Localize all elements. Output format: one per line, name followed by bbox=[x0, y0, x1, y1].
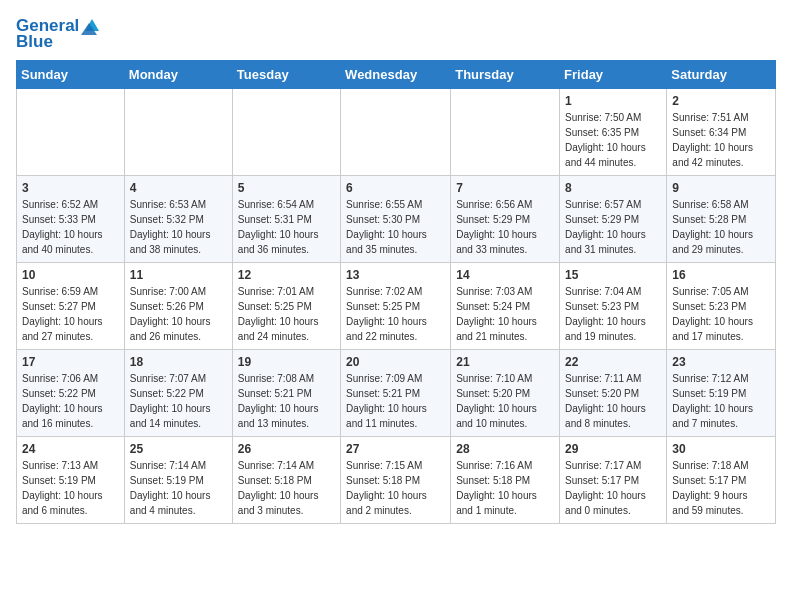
calendar-day-cell: 7Sunrise: 6:56 AM Sunset: 5:29 PM Daylig… bbox=[451, 176, 560, 263]
day-number: 12 bbox=[238, 268, 335, 282]
calendar-header-row: SundayMondayTuesdayWednesdayThursdayFrid… bbox=[17, 61, 776, 89]
day-info: Sunrise: 7:18 AM Sunset: 5:17 PM Dayligh… bbox=[672, 458, 770, 518]
day-number: 14 bbox=[456, 268, 554, 282]
calendar-day-cell bbox=[17, 89, 125, 176]
day-info: Sunrise: 7:02 AM Sunset: 5:25 PM Dayligh… bbox=[346, 284, 445, 344]
calendar-day-cell: 22Sunrise: 7:11 AM Sunset: 5:20 PM Dayli… bbox=[560, 350, 667, 437]
calendar-day-cell bbox=[124, 89, 232, 176]
day-info: Sunrise: 6:53 AM Sunset: 5:32 PM Dayligh… bbox=[130, 197, 227, 257]
calendar-day-cell: 19Sunrise: 7:08 AM Sunset: 5:21 PM Dayli… bbox=[232, 350, 340, 437]
day-number: 30 bbox=[672, 442, 770, 456]
weekday-header: Sunday bbox=[17, 61, 125, 89]
day-info: Sunrise: 7:06 AM Sunset: 5:22 PM Dayligh… bbox=[22, 371, 119, 431]
day-info: Sunrise: 7:00 AM Sunset: 5:26 PM Dayligh… bbox=[130, 284, 227, 344]
day-info: Sunrise: 7:15 AM Sunset: 5:18 PM Dayligh… bbox=[346, 458, 445, 518]
calendar-day-cell: 18Sunrise: 7:07 AM Sunset: 5:22 PM Dayli… bbox=[124, 350, 232, 437]
calendar-day-cell: 15Sunrise: 7:04 AM Sunset: 5:23 PM Dayli… bbox=[560, 263, 667, 350]
day-number: 29 bbox=[565, 442, 661, 456]
calendar-day-cell: 17Sunrise: 7:06 AM Sunset: 5:22 PM Dayli… bbox=[17, 350, 125, 437]
day-info: Sunrise: 7:04 AM Sunset: 5:23 PM Dayligh… bbox=[565, 284, 661, 344]
day-number: 25 bbox=[130, 442, 227, 456]
day-info: Sunrise: 7:07 AM Sunset: 5:22 PM Dayligh… bbox=[130, 371, 227, 431]
day-number: 21 bbox=[456, 355, 554, 369]
calendar-day-cell: 8Sunrise: 6:57 AM Sunset: 5:29 PM Daylig… bbox=[560, 176, 667, 263]
day-number: 1 bbox=[565, 94, 661, 108]
calendar-day-cell bbox=[341, 89, 451, 176]
day-number: 16 bbox=[672, 268, 770, 282]
day-info: Sunrise: 7:50 AM Sunset: 6:35 PM Dayligh… bbox=[565, 110, 661, 170]
day-number: 11 bbox=[130, 268, 227, 282]
day-number: 2 bbox=[672, 94, 770, 108]
day-number: 15 bbox=[565, 268, 661, 282]
weekday-header: Tuesday bbox=[232, 61, 340, 89]
day-info: Sunrise: 7:11 AM Sunset: 5:20 PM Dayligh… bbox=[565, 371, 661, 431]
calendar-week-row: 17Sunrise: 7:06 AM Sunset: 5:22 PM Dayli… bbox=[17, 350, 776, 437]
weekday-header: Monday bbox=[124, 61, 232, 89]
day-info: Sunrise: 7:51 AM Sunset: 6:34 PM Dayligh… bbox=[672, 110, 770, 170]
calendar-day-cell: 14Sunrise: 7:03 AM Sunset: 5:24 PM Dayli… bbox=[451, 263, 560, 350]
calendar-day-cell: 10Sunrise: 6:59 AM Sunset: 5:27 PM Dayli… bbox=[17, 263, 125, 350]
page-header: General Blue bbox=[16, 16, 776, 52]
calendar-week-row: 24Sunrise: 7:13 AM Sunset: 5:19 PM Dayli… bbox=[17, 437, 776, 524]
day-number: 17 bbox=[22, 355, 119, 369]
day-info: Sunrise: 7:12 AM Sunset: 5:19 PM Dayligh… bbox=[672, 371, 770, 431]
day-info: Sunrise: 6:59 AM Sunset: 5:27 PM Dayligh… bbox=[22, 284, 119, 344]
calendar-day-cell: 27Sunrise: 7:15 AM Sunset: 5:18 PM Dayli… bbox=[341, 437, 451, 524]
day-number: 22 bbox=[565, 355, 661, 369]
logo: General Blue bbox=[16, 16, 103, 52]
calendar-day-cell: 11Sunrise: 7:00 AM Sunset: 5:26 PM Dayli… bbox=[124, 263, 232, 350]
calendar-day-cell: 5Sunrise: 6:54 AM Sunset: 5:31 PM Daylig… bbox=[232, 176, 340, 263]
calendar-week-row: 3Sunrise: 6:52 AM Sunset: 5:33 PM Daylig… bbox=[17, 176, 776, 263]
day-info: Sunrise: 6:58 AM Sunset: 5:28 PM Dayligh… bbox=[672, 197, 770, 257]
day-info: Sunrise: 7:01 AM Sunset: 5:25 PM Dayligh… bbox=[238, 284, 335, 344]
day-number: 9 bbox=[672, 181, 770, 195]
calendar-day-cell: 21Sunrise: 7:10 AM Sunset: 5:20 PM Dayli… bbox=[451, 350, 560, 437]
calendar-day-cell: 28Sunrise: 7:16 AM Sunset: 5:18 PM Dayli… bbox=[451, 437, 560, 524]
day-info: Sunrise: 6:54 AM Sunset: 5:31 PM Dayligh… bbox=[238, 197, 335, 257]
weekday-header: Wednesday bbox=[341, 61, 451, 89]
day-info: Sunrise: 6:52 AM Sunset: 5:33 PM Dayligh… bbox=[22, 197, 119, 257]
day-number: 6 bbox=[346, 181, 445, 195]
calendar-day-cell bbox=[451, 89, 560, 176]
calendar-day-cell: 25Sunrise: 7:14 AM Sunset: 5:19 PM Dayli… bbox=[124, 437, 232, 524]
day-number: 28 bbox=[456, 442, 554, 456]
day-number: 18 bbox=[130, 355, 227, 369]
day-info: Sunrise: 7:09 AM Sunset: 5:21 PM Dayligh… bbox=[346, 371, 445, 431]
day-number: 3 bbox=[22, 181, 119, 195]
calendar-day-cell: 23Sunrise: 7:12 AM Sunset: 5:19 PM Dayli… bbox=[667, 350, 776, 437]
logo-blue-text: Blue bbox=[16, 32, 53, 52]
day-number: 26 bbox=[238, 442, 335, 456]
weekday-header: Thursday bbox=[451, 61, 560, 89]
day-number: 10 bbox=[22, 268, 119, 282]
day-info: Sunrise: 7:13 AM Sunset: 5:19 PM Dayligh… bbox=[22, 458, 119, 518]
day-info: Sunrise: 7:03 AM Sunset: 5:24 PM Dayligh… bbox=[456, 284, 554, 344]
day-number: 23 bbox=[672, 355, 770, 369]
calendar-day-cell: 29Sunrise: 7:17 AM Sunset: 5:17 PM Dayli… bbox=[560, 437, 667, 524]
calendar-day-cell: 13Sunrise: 7:02 AM Sunset: 5:25 PM Dayli… bbox=[341, 263, 451, 350]
day-number: 24 bbox=[22, 442, 119, 456]
calendar-day-cell bbox=[232, 89, 340, 176]
calendar-day-cell: 6Sunrise: 6:55 AM Sunset: 5:30 PM Daylig… bbox=[341, 176, 451, 263]
day-number: 8 bbox=[565, 181, 661, 195]
day-info: Sunrise: 7:14 AM Sunset: 5:19 PM Dayligh… bbox=[130, 458, 227, 518]
weekday-header: Saturday bbox=[667, 61, 776, 89]
calendar-day-cell: 2Sunrise: 7:51 AM Sunset: 6:34 PM Daylig… bbox=[667, 89, 776, 176]
calendar-day-cell: 30Sunrise: 7:18 AM Sunset: 5:17 PM Dayli… bbox=[667, 437, 776, 524]
calendar-week-row: 1Sunrise: 7:50 AM Sunset: 6:35 PM Daylig… bbox=[17, 89, 776, 176]
logo-icon bbox=[81, 17, 103, 35]
calendar-day-cell: 12Sunrise: 7:01 AM Sunset: 5:25 PM Dayli… bbox=[232, 263, 340, 350]
day-number: 19 bbox=[238, 355, 335, 369]
calendar-week-row: 10Sunrise: 6:59 AM Sunset: 5:27 PM Dayli… bbox=[17, 263, 776, 350]
weekday-header: Friday bbox=[560, 61, 667, 89]
day-number: 27 bbox=[346, 442, 445, 456]
calendar-day-cell: 16Sunrise: 7:05 AM Sunset: 5:23 PM Dayli… bbox=[667, 263, 776, 350]
day-info: Sunrise: 7:16 AM Sunset: 5:18 PM Dayligh… bbox=[456, 458, 554, 518]
day-info: Sunrise: 7:17 AM Sunset: 5:17 PM Dayligh… bbox=[565, 458, 661, 518]
day-number: 7 bbox=[456, 181, 554, 195]
day-info: Sunrise: 6:56 AM Sunset: 5:29 PM Dayligh… bbox=[456, 197, 554, 257]
day-info: Sunrise: 7:05 AM Sunset: 5:23 PM Dayligh… bbox=[672, 284, 770, 344]
day-info: Sunrise: 7:08 AM Sunset: 5:21 PM Dayligh… bbox=[238, 371, 335, 431]
calendar-day-cell: 9Sunrise: 6:58 AM Sunset: 5:28 PM Daylig… bbox=[667, 176, 776, 263]
day-number: 5 bbox=[238, 181, 335, 195]
day-info: Sunrise: 6:57 AM Sunset: 5:29 PM Dayligh… bbox=[565, 197, 661, 257]
